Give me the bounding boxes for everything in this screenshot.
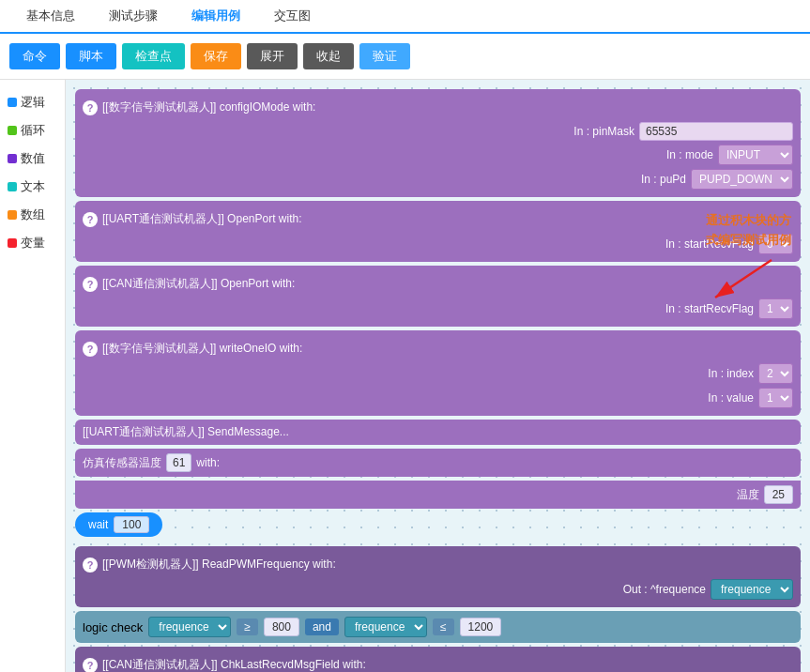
uart-send-title: [[UART通信测试机器人]] SendMessage... — [83, 425, 289, 438]
svg-line-1 — [715, 260, 772, 298]
block-logic-check: logic check frequence ≥ 800 and frequenc… — [75, 611, 801, 643]
select-value[interactable]: 1 0 — [758, 388, 793, 408]
help-icon-1[interactable]: ? — [83, 100, 98, 115]
and-chip: and — [305, 619, 339, 635]
sidebar-item-logic[interactable]: 逻辑 — [0, 89, 65, 115]
lte-chip: ≤ — [433, 619, 454, 635]
select-pupd[interactable]: PUPD_DOWN PUPD_UP — [691, 169, 793, 190]
block-write-oneio: ? [[数字信号测试机器人]] writeOneIO with: In : in… — [75, 330, 801, 416]
sidebar-item-number[interactable]: 数值 — [0, 145, 65, 172]
gte-chip: ≥ — [237, 619, 258, 635]
tab-basic-info[interactable]: 基本信息 — [9, 0, 92, 34]
annotation: 通过积木块的方式编写测试用例 — [706, 211, 791, 302]
array-dot — [8, 210, 17, 220]
sidebar-item-array[interactable]: 数组 — [0, 202, 65, 228]
block3-row-startrecv: In : startRecvFlag 1 0 — [83, 297, 793, 321]
text-dot — [8, 182, 17, 191]
value-800[interactable]: 800 — [264, 618, 299, 636]
block-config-io-mode: ? [[数字信号测试机器人]] configIOMode with: In : … — [75, 89, 801, 197]
sidebar-item-text[interactable]: 文本 — [0, 174, 65, 200]
sidebar-label-variable: 变量 — [21, 235, 45, 252]
help-icon-2[interactable]: ? — [83, 212, 98, 227]
tab-edit-cases[interactable]: 编辑用例 — [175, 0, 257, 34]
block-uart-openport: ? [[UART通信测试机器人]] OpenPort with: In : st… — [75, 201, 801, 262]
block1-row-pinmask: In : pinMask — [83, 120, 793, 143]
block-can-chk-title-row: ? [[CAN通信测试机器人]] ChkLastRecvdMsgField wi… — [83, 652, 793, 672]
sidebar: 逻辑 循环 数值 文本 数组 变量 — [0, 80, 66, 672]
help-icon-6[interactable]: ? — [83, 557, 98, 573]
label-can-startrecv: In : startRecvFlag — [665, 302, 754, 315]
wait-label: wait — [88, 518, 108, 531]
select-index[interactable]: 2 1 0 — [758, 363, 793, 384]
block-uart-title: [[UART通信测试机器人]] OpenPort with: — [102, 208, 302, 230]
block1-row-pupd: In : puPd PUPD_DOWN PUPD_UP — [83, 167, 793, 191]
block-pwm: ? [[PWM检测机器人]] ReadPWMFrequency with: Ou… — [75, 546, 801, 607]
toolbar: 命令 脚本 检查点 保存 展开 收起 验证 — [0, 34, 810, 80]
checkpoint-button[interactable]: 检查点 — [122, 43, 185, 69]
block-sensor: 仿真传感器温度 61 with: — [75, 449, 801, 477]
block6-row-frequence: Out : ^frequence frequence — [83, 577, 793, 602]
help-icon-7[interactable]: ? — [83, 658, 98, 673]
block-config-io-mode-title: [[数字信号测试机器人]] configIOMode with: — [102, 97, 315, 118]
number-dot — [8, 154, 17, 163]
cmd-button[interactable]: 命令 — [9, 43, 60, 69]
wait-value[interactable]: 100 — [114, 516, 149, 533]
sidebar-label-number: 数值 — [21, 150, 45, 167]
block1-row-mode: In : mode INPUT OUTPUT — [83, 143, 793, 167]
collapse-button[interactable]: 收起 — [303, 43, 354, 69]
loop-dot — [8, 126, 17, 135]
wait-block: wait 100 — [75, 512, 162, 537]
verify-button[interactable]: 验证 — [359, 43, 410, 69]
block-config-io-mode-title-row: ? [[数字信号测试机器人]] configIOMode with: — [83, 95, 793, 120]
block-can-chk-title: [[CAN通信测试机器人]] ChkLastRecvdMsgField with… — [102, 654, 366, 672]
block-writeio-title: [[数字信号测试机器人]] writeOneIO with: — [102, 338, 302, 359]
label-frequence-out: Out : ^frequence — [623, 583, 706, 596]
label-mode: In : mode — [666, 148, 713, 161]
input-pinmask[interactable] — [639, 122, 793, 141]
help-icon-3[interactable]: ? — [83, 277, 98, 292]
select-mode[interactable]: INPUT OUTPUT — [718, 145, 793, 165]
sensor-sub-label: 温度 — [737, 487, 759, 503]
value-1200[interactable]: 1200 — [460, 618, 502, 636]
tab-test-steps[interactable]: 测试步骤 — [92, 0, 175, 34]
sidebar-item-loop[interactable]: 循环 — [0, 117, 65, 144]
expand-button[interactable]: 展开 — [247, 43, 298, 69]
select-frequence-out[interactable]: frequence — [711, 579, 793, 600]
logic-frequence-1[interactable]: frequence — [148, 617, 231, 637]
logic-frequence-2[interactable]: frequence — [344, 617, 427, 637]
variable-dot — [8, 238, 17, 248]
annotation-text: 通过积木块的方式编写测试用例 — [706, 213, 791, 247]
label-pinmask: In : pinMask — [573, 125, 634, 138]
logic-dot — [8, 98, 17, 107]
label-index: In : index — [708, 367, 754, 380]
block-writeio-title-row: ? [[数字信号测试机器人]] writeOneIO with: — [83, 336, 793, 361]
block-uart-send: [[UART通信测试机器人]] SendMessage... — [75, 420, 801, 445]
sidebar-label-array: 数组 — [21, 206, 45, 223]
block4-row-index: In : index 2 1 0 — [83, 361, 793, 386]
sidebar-item-variable[interactable]: 变量 — [0, 230, 65, 256]
sidebar-label-text: 文本 — [21, 178, 45, 195]
block4-row-value: In : value 1 0 — [83, 386, 793, 410]
sensor-sub-row: 温度 25 — [83, 483, 793, 506]
sensor-label: 仿真传感器温度 — [83, 455, 161, 471]
sensor-with: with: — [196, 456, 220, 469]
block-pwm-title-row: ? [[PWM检测机器人]] ReadPWMFrequency with: — [83, 552, 793, 577]
sidebar-label-logic: 逻辑 — [21, 94, 45, 111]
canvas: 通过积木块的方式编写测试用例 ? [[数字信号测试机器人]] configIOM… — [66, 80, 810, 672]
block2-row-startrecv: In : startRecvFlag 0 1 — [83, 232, 793, 256]
block-can-chk: ? [[CAN通信测试机器人]] ChkLastRecvdMsgField wi… — [75, 647, 801, 672]
label-value: In : value — [708, 391, 754, 405]
sidebar-label-loop: 循环 — [21, 122, 45, 139]
sensor-temp-value: 61 — [166, 453, 191, 472]
help-icon-4[interactable]: ? — [83, 342, 98, 357]
sensor-temp-input[interactable]: 25 — [764, 485, 793, 504]
block-can-openport: ? [[CAN通信测试机器人]] OpenPort with: In : sta… — [75, 266, 801, 327]
logic-check-label: logic check — [83, 620, 143, 634]
tab-interaction-diagram[interactable]: 交互图 — [257, 0, 328, 34]
block-uart-title-row: ? [[UART通信测试机器人]] OpenPort with: — [83, 206, 793, 232]
block-pwm-title: [[PWM检测机器人]] ReadPWMFrequency with: — [102, 554, 336, 575]
save-button[interactable]: 保存 — [191, 43, 241, 69]
block-can-title: [[CAN通信测试机器人]] OpenPort with: — [102, 273, 295, 295]
script-button[interactable]: 脚本 — [66, 43, 116, 69]
label-pupd: In : puPd — [641, 173, 686, 186]
